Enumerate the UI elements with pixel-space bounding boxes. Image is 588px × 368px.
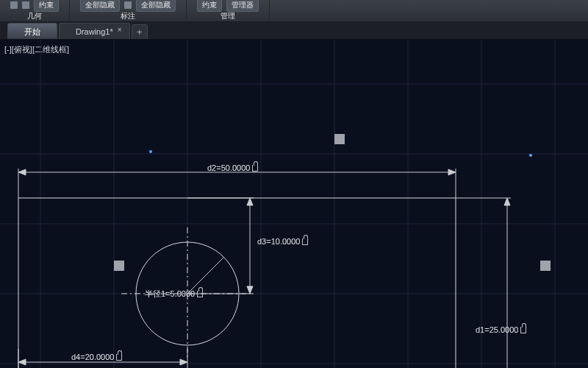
close-icon[interactable]: × xyxy=(118,26,125,34)
dim-text-radius[interactable]: 半径1=5.0000 xyxy=(143,289,204,300)
constraint-button-2[interactable]: 约束 xyxy=(197,0,222,12)
dim-text-d1[interactable]: d1=25.0000 xyxy=(474,325,528,334)
lock-icon xyxy=(116,354,122,361)
svg-marker-27 xyxy=(247,198,253,205)
ribbon-panel-label: 几何 xyxy=(10,11,59,21)
dim-text-d4[interactable]: d4=20.0000 xyxy=(70,353,123,361)
manager-button[interactable]: 管理器 xyxy=(226,0,259,12)
pick-point xyxy=(529,154,532,157)
svg-marker-36 xyxy=(180,359,187,365)
pick-point xyxy=(149,150,152,153)
geom-icon[interactable] xyxy=(10,1,18,9)
ribbon-panel-label: 管理 xyxy=(197,11,259,21)
lock-icon xyxy=(252,165,258,171)
lock-icon xyxy=(197,291,203,297)
tab-label: 开始 xyxy=(24,27,40,36)
dimension-d2 xyxy=(18,169,456,198)
ribbon-panel-label: 标注 xyxy=(80,11,176,21)
canvas-svg xyxy=(0,40,588,368)
grip-handle[interactable] xyxy=(540,261,551,271)
dim-text-d2[interactable]: d2=50.0000 xyxy=(206,163,259,172)
svg-marker-28 xyxy=(247,286,253,294)
svg-marker-22 xyxy=(18,169,26,175)
grip-handle[interactable] xyxy=(114,261,124,271)
drawing-canvas[interactable]: [-][俯视][二维线框] xyxy=(0,40,588,368)
geom-icon[interactable] xyxy=(22,1,29,9)
dimension-d3 xyxy=(187,198,254,294)
grip-handle[interactable] xyxy=(334,134,345,144)
svg-marker-23 xyxy=(448,169,456,175)
lock-icon xyxy=(302,238,308,245)
svg-marker-35 xyxy=(18,359,26,365)
tab-drawing1[interactable]: Drawing1* × xyxy=(59,23,130,39)
tab-home[interactable]: 开始 xyxy=(7,23,57,39)
hide-all-button[interactable]: 全部隐藏 xyxy=(80,0,120,12)
tab-label: Drawing1* xyxy=(76,27,113,36)
ribbon-panel-annotation: 全部隐藏 全部隐藏 标注 xyxy=(70,0,187,21)
dim-text-d3[interactable]: d3=10.0000 xyxy=(256,237,309,246)
annot-icon[interactable] xyxy=(124,1,132,9)
plus-icon: + xyxy=(137,26,143,38)
hide-all-button-2[interactable]: 全部隐藏 xyxy=(136,0,176,12)
svg-marker-31 xyxy=(504,198,510,205)
ribbon: 约束 几何 全部隐藏 全部隐藏 标注 约束 管理器 管理 xyxy=(0,0,588,22)
lock-icon xyxy=(520,327,526,333)
new-tab-button[interactable]: + xyxy=(132,24,148,39)
ribbon-panel-manage: 约束 管理器 管理 xyxy=(187,0,270,21)
ribbon-panel-geometry: 约束 几何 xyxy=(0,0,70,21)
document-tab-bar: 开始 Drawing1* × + xyxy=(0,22,588,40)
constraint-button[interactable]: 约束 xyxy=(34,0,59,12)
